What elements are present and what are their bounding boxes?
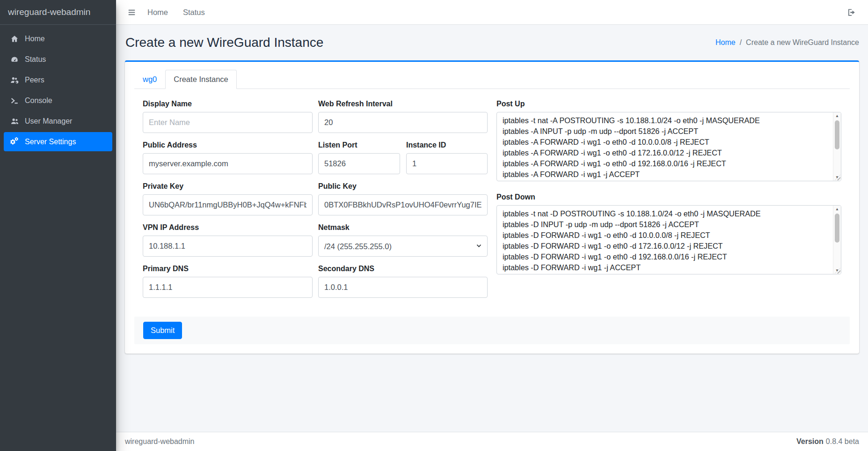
primary-dns-label: Primary DNS	[143, 264, 313, 273]
post-up-scrollbar[interactable]: ▲ ▼	[833, 112, 841, 181]
sidebar: wireguard-webadmin Home Status Peers Con…	[0, 0, 116, 451]
breadcrumb: Home / Create a new WireGuard Instance	[715, 38, 859, 47]
instance-id-input[interactable]	[406, 153, 488, 174]
instance-card: wg0 Create Instance Display Name Web Ref…	[125, 60, 859, 354]
sidebar-item-label: User Manager	[25, 117, 72, 126]
display-name-label: Display Name	[143, 99, 313, 108]
sidebar-item-label: Console	[25, 96, 52, 105]
scrollbar-track[interactable]	[833, 119, 841, 174]
tab-create-instance[interactable]: Create Instance	[165, 70, 236, 89]
users-icon	[7, 117, 22, 126]
sidebar-item-label: Home	[25, 35, 45, 43]
tachometer-icon	[7, 55, 22, 64]
breadcrumb-current: Create a new WireGuard Instance	[746, 38, 859, 47]
scroll-up-button[interactable]: ▲	[833, 206, 841, 213]
sidebar-item-status[interactable]: Status	[4, 50, 112, 69]
footer-brand: wireguard-webadmin	[125, 437, 195, 446]
form-right-column: Post Up iptables -t nat -A POSTROUTING -…	[496, 99, 841, 305]
terminal-icon	[7, 96, 22, 105]
listen-port-label: Listen Port	[318, 140, 400, 149]
public-address-input[interactable]	[143, 153, 313, 174]
post-up-textarea[interactable]: iptables -t nat -A POSTROUTING -s 10.188…	[496, 112, 841, 181]
web-refresh-interval-input[interactable]	[318, 112, 488, 133]
users-gear-icon	[7, 75, 22, 84]
sidebar-item-user-manager[interactable]: User Manager	[4, 111, 112, 131]
tab-wg0[interactable]: wg0	[134, 70, 165, 89]
content-header: Create a new WireGuard Instance Home / C…	[116, 25, 868, 60]
scrollbar-thumb[interactable]	[835, 214, 839, 243]
main-area: Home Status Create a new WireGuard Insta…	[116, 0, 868, 451]
top-navbar: Home Status	[116, 0, 868, 25]
navbar-link-status[interactable]: Status	[175, 4, 212, 21]
vpn-ip-input[interactable]	[143, 236, 313, 257]
sidebar-item-label: Peers	[25, 76, 44, 84]
instance-id-label: Instance ID	[406, 140, 488, 149]
submit-strip: Submit	[134, 317, 850, 344]
public-key-label: Public Key	[318, 182, 488, 191]
private-key-label: Private Key	[143, 182, 313, 191]
web-refresh-interval-label: Web Refresh Interval	[318, 99, 488, 108]
brand[interactable]: wireguard-webadmin	[0, 0, 116, 25]
sidebar-item-home[interactable]: Home	[4, 29, 112, 48]
logout-icon[interactable]	[842, 4, 861, 21]
scrollbar-track[interactable]	[833, 213, 841, 267]
primary-dns-input[interactable]	[143, 277, 313, 298]
menu-toggle-icon[interactable]	[124, 4, 140, 21]
page-title: Create a new WireGuard Instance	[125, 35, 323, 50]
sidebar-item-label: Status	[25, 55, 46, 64]
public-address-label: Public Address	[143, 140, 313, 149]
cogs-icon	[7, 137, 22, 146]
instance-form: Display Name Web Refresh Interval Public…	[134, 89, 850, 305]
netmask-select[interactable]: /24 (255.255.255.0)	[318, 236, 488, 257]
vpn-ip-label: VPN IP Address	[143, 223, 313, 232]
post-down-textarea[interactable]: iptables -t nat -D POSTROUTING -s 10.188…	[496, 205, 841, 274]
navbar-link-home[interactable]: Home	[140, 4, 175, 21]
private-key-input[interactable]	[143, 194, 313, 215]
post-up-label: Post Up	[496, 99, 841, 108]
display-name-input[interactable]	[143, 112, 313, 133]
sidebar-item-console[interactable]: Console	[4, 91, 112, 110]
sidebar-item-peers[interactable]: Peers	[4, 70, 112, 89]
public-key-input[interactable]	[318, 194, 488, 215]
secondary-dns-input[interactable]	[318, 277, 488, 298]
submit-button[interactable]: Submit	[143, 322, 182, 339]
content-area: Create a new WireGuard Instance Home / C…	[116, 25, 868, 432]
version-label: Version	[796, 437, 824, 445]
instance-tabs: wg0 Create Instance	[134, 70, 850, 89]
home-icon	[7, 35, 22, 43]
post-down-label: Post Down	[496, 192, 841, 201]
version-info: Version0.8.4 beta	[796, 437, 859, 446]
listen-port-input[interactable]	[318, 153, 400, 174]
breadcrumb-home-link[interactable]: Home	[715, 38, 736, 47]
sidebar-item-server-settings[interactable]: Server Settings	[4, 132, 112, 151]
version-value: 0.8.4 beta	[826, 437, 859, 445]
secondary-dns-label: Secondary DNS	[318, 264, 488, 273]
form-left-column: Display Name Web Refresh Interval Public…	[143, 99, 488, 305]
breadcrumb-separator: /	[736, 38, 746, 47]
scroll-up-button[interactable]: ▲	[833, 112, 841, 119]
netmask-label: Netmask	[318, 223, 488, 232]
sidebar-item-label: Server Settings	[25, 138, 76, 146]
scrollbar-thumb[interactable]	[835, 120, 839, 149]
page-footer: wireguard-webadmin Version0.8.4 beta	[116, 432, 868, 451]
post-down-scrollbar[interactable]: ▲ ▼	[833, 206, 841, 274]
sidebar-nav: Home Status Peers Console User Manager	[0, 25, 116, 157]
card-body: wg0 Create Instance Display Name Web Ref…	[125, 62, 859, 354]
